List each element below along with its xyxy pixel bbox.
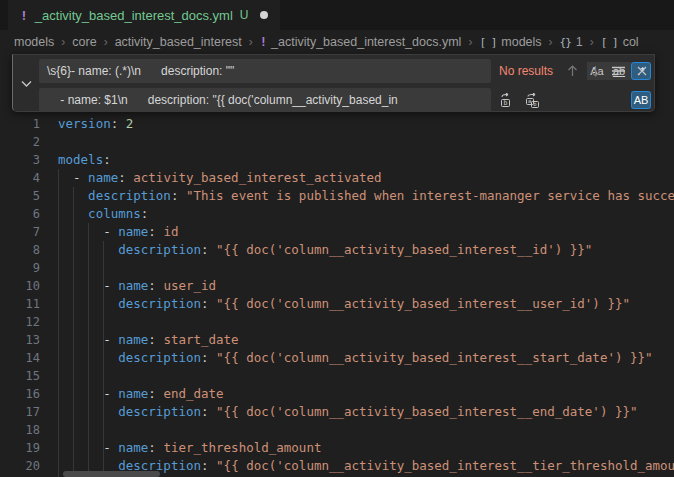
code-line[interactable]: 19 - name: tier_threshold_amount xyxy=(0,439,674,457)
svg-text:a: a xyxy=(528,98,531,104)
code-line-text: description: "This event is published wh… xyxy=(58,187,674,205)
find-results-status: No results xyxy=(499,59,553,83)
breadcrumb-label: models xyxy=(14,35,54,49)
close-icon[interactable] xyxy=(630,60,653,82)
code-line-text: version: 2 xyxy=(58,115,133,133)
previous-match-icon[interactable] xyxy=(561,60,584,82)
find-in-selection-icon[interactable] xyxy=(607,60,630,82)
code-line-text: description: "{{ doc('column__activity_b… xyxy=(58,295,630,313)
code-line-text: columns: xyxy=(58,205,148,223)
horizontal-scrollbar[interactable] xyxy=(63,471,160,477)
code-line[interactable]: 5 description: "This event is published … xyxy=(0,187,674,205)
line-number: 13 xyxy=(0,331,40,349)
breadcrumb-separator-icon: › xyxy=(549,35,553,49)
tab-bar: ! _activity_based_interest_docs.yml U xyxy=(0,0,674,30)
line-number: 12 xyxy=(0,313,40,331)
line-number: 20 xyxy=(0,457,40,475)
code-line-text: description: "{{ doc('column__activity_b… xyxy=(58,403,638,421)
line-number: 8 xyxy=(0,241,40,259)
code-line-text: models: xyxy=(58,151,111,169)
breadcrumb-label: models xyxy=(501,35,541,49)
breadcrumb-item[interactable]: !_activity_based_interest_docs.yml xyxy=(260,35,462,49)
line-number: 17 xyxy=(0,403,40,421)
replace-all-icon[interactable]: a b xyxy=(521,90,542,110)
array-symbol-icon: [ ] xyxy=(479,36,496,49)
replace-icon[interactable]: b xyxy=(495,90,516,110)
editor[interactable]: 1version: 223models:4 - name: activity_b… xyxy=(0,54,674,477)
svg-text:b: b xyxy=(504,99,508,107)
code-line[interactable]: 8 description: "{{ doc('column__activity… xyxy=(0,241,674,259)
code-line[interactable]: 10 - name: user_id xyxy=(0,277,674,295)
breadcrumb-item[interactable]: activity_based_interest xyxy=(115,35,242,49)
find-input[interactable]: \s{6}- name: (.*)\n description: "" xyxy=(39,59,491,83)
line-number: 9 xyxy=(0,259,40,277)
vscode-window: ! _activity_based_interest_docs.yml U mo… xyxy=(0,0,674,477)
code-line[interactable]: 1version: 2 xyxy=(0,115,674,133)
breadcrumb-label: col xyxy=(623,35,639,49)
next-match-icon[interactable] xyxy=(584,60,607,82)
breadcrumb-label: _activity_based_interest_docs.yml xyxy=(271,35,461,49)
svg-text:b: b xyxy=(533,101,536,107)
code-line[interactable]: 18 xyxy=(0,421,674,439)
breadcrumb-label: activity_based_interest xyxy=(115,35,242,49)
breadcrumb-item[interactable]: [ ]col xyxy=(601,35,639,49)
breadcrumb-item[interactable]: {}1 xyxy=(560,35,583,49)
line-number: 15 xyxy=(0,367,40,385)
code-line-text: - name: start_date xyxy=(58,331,239,349)
code-line[interactable]: 11 description: "{{ doc('column__activit… xyxy=(0,295,674,313)
line-number: 16 xyxy=(0,385,40,403)
code-line[interactable]: 3models: xyxy=(0,151,674,169)
code-area[interactable]: 1version: 223models:4 - name: activity_b… xyxy=(0,115,674,475)
breadcrumb-label: 1 xyxy=(576,35,583,49)
code-line[interactable]: 16 - name: end_date xyxy=(0,385,674,403)
breadcrumb-label: core xyxy=(72,35,96,49)
code-line-text: - name: user_id xyxy=(58,277,216,295)
preserve-case-icon[interactable]: AB xyxy=(631,91,651,109)
yaml-file-icon: ! xyxy=(20,8,28,23)
line-number: 7 xyxy=(0,223,40,241)
line-number: 5 xyxy=(0,187,40,205)
yaml-symbol-icon: ! xyxy=(260,35,266,49)
object-symbol-icon: {} xyxy=(560,36,571,49)
array-symbol-icon: [ ] xyxy=(601,36,618,49)
breadcrumb-separator-icon: › xyxy=(61,35,65,49)
line-number: 18 xyxy=(0,421,40,439)
tab-filename: _activity_based_interest_docs.yml xyxy=(35,8,233,23)
find-widget: \s{6}- name: (.*)\n description: "" Aa a… xyxy=(12,54,655,112)
line-number: 14 xyxy=(0,349,40,367)
line-number: 10 xyxy=(0,277,40,295)
code-line-text: - name: end_date xyxy=(58,385,224,403)
code-line[interactable]: 6 columns: xyxy=(0,205,674,223)
line-number: 3 xyxy=(0,151,40,169)
code-line[interactable]: 2 xyxy=(0,133,674,151)
code-line[interactable]: 4 - name: activity_based_interest_activa… xyxy=(0,169,674,187)
code-line[interactable]: 13 - name: start_date xyxy=(0,331,674,349)
code-line-text: - name: id xyxy=(58,223,178,241)
breadcrumb-item[interactable]: [ ]models xyxy=(479,35,541,49)
breadcrumb-separator-icon: › xyxy=(590,35,594,49)
code-line[interactable]: 7 - name: id xyxy=(0,223,674,241)
code-line[interactable]: 14 description: "{{ doc('column__activit… xyxy=(0,349,674,367)
git-status-badge: U xyxy=(240,8,249,22)
code-line-text: - name: activity_based_interest_activate… xyxy=(58,169,382,187)
code-line-text: description: "{{ doc('column__activity_b… xyxy=(58,241,592,259)
line-number: 11 xyxy=(0,295,40,313)
code-line[interactable]: 17 description: "{{ doc('column__activit… xyxy=(0,403,674,421)
code-line-text: description: "{{ doc('column__activity_b… xyxy=(58,349,653,367)
code-line[interactable]: 15 xyxy=(0,367,674,385)
editor-tab[interactable]: ! _activity_based_interest_docs.yml U xyxy=(8,0,280,30)
breadcrumb-item[interactable]: core xyxy=(72,35,96,49)
breadcrumb: models›core›activity_based_interest›!_ac… xyxy=(0,30,674,54)
breadcrumb-separator-icon: › xyxy=(468,35,472,49)
line-number: 6 xyxy=(0,205,40,223)
breadcrumb-separator-icon: › xyxy=(104,35,108,49)
code-line[interactable]: 12 xyxy=(0,313,674,331)
code-line-text: - name: tier_threshold_amount xyxy=(58,439,321,457)
code-line[interactable]: 9 xyxy=(0,259,674,277)
replace-input[interactable]: - name: $1\n description: "{{ doc('colum… xyxy=(39,88,491,112)
breadcrumb-item[interactable]: models xyxy=(14,35,54,49)
line-number: 19 xyxy=(0,439,40,457)
breadcrumb-separator-icon: › xyxy=(249,35,253,49)
modified-dot-icon[interactable] xyxy=(260,11,268,19)
toggle-replace-chevron-icon[interactable] xyxy=(17,77,35,91)
